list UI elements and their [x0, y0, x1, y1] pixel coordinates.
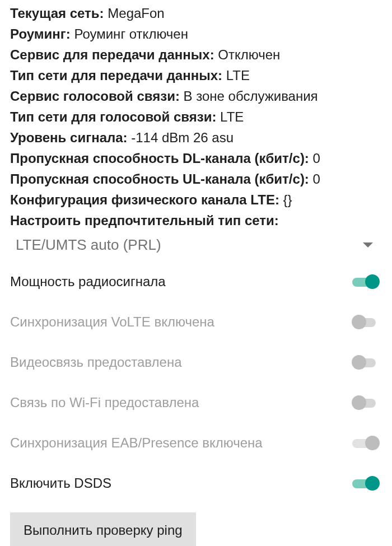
voice-network-type-value: LTE: [220, 109, 244, 124]
dsds-row: Включить DSDS: [0, 463, 392, 503]
voice-network-type-row: Тип сети для голосовой связи: LTE: [0, 106, 392, 127]
dropdown-selected-value: LTE/UMTS auto (PRL): [16, 236, 161, 254]
video-label: Видеосвязь предоставлена: [10, 354, 182, 370]
roaming-row: Роуминг: Роуминг отключен: [0, 24, 392, 44]
wifi-row: Связь по Wi-Fi предоставлена: [0, 382, 392, 423]
radio-power-row: Мощность радиосигнала: [0, 262, 392, 302]
voice-service-value: В зоне обслуживания: [184, 88, 318, 104]
video-row: Видеосвязь предоставлена: [0, 342, 392, 382]
dl-bandwidth-label: Пропускная способность DL-канала (кбит/с…: [10, 151, 309, 166]
radio-power-label: Мощность радиосигнала: [10, 274, 166, 290]
preferred-network-row: Настроить предпочтительный тип сети:: [0, 210, 392, 231]
volte-row: Синхронизация VoLTE включена: [0, 302, 392, 342]
data-service-label: Сервис для передачи данных:: [10, 47, 214, 62]
ping-test-button[interactable]: Выполнить проверку ping: [10, 512, 196, 546]
network-type-dropdown[interactable]: LTE/UMTS auto (PRL): [0, 231, 392, 262]
eab-label: Синхронизация EAB/Presence включена: [10, 435, 263, 451]
ul-bandwidth-value: 0: [313, 171, 320, 186]
voice-service-label: Сервис голосовой связи:: [10, 88, 180, 104]
lte-config-label: Конфигурация физического канала LTE:: [10, 192, 279, 207]
dl-bandwidth-row: Пропускная способность DL-канала (кбит/с…: [0, 148, 392, 169]
data-service-row: Сервис для передачи данных: Отключен: [0, 44, 392, 65]
video-toggle: [352, 353, 380, 371]
eab-toggle: [352, 434, 380, 452]
data-network-type-label: Тип сети для передачи данных:: [10, 68, 222, 83]
data-network-type-value: LTE: [226, 68, 250, 83]
signal-strength-row: Уровень сигнала: -114 dBm 26 asu: [0, 127, 392, 148]
dsds-label: Включить DSDS: [10, 475, 111, 491]
data-service-value: Отключен: [218, 47, 280, 62]
eab-row: Синхронизация EAB/Presence включена: [0, 423, 392, 463]
current-network-label: Текущая сеть:: [10, 6, 104, 21]
radio-power-toggle[interactable]: [352, 273, 380, 291]
roaming-label: Роуминг:: [10, 26, 71, 41]
voice-network-type-label: Тип сети для голосовой связи:: [10, 109, 216, 124]
wifi-toggle: [352, 394, 380, 412]
voice-service-row: Сервис голосовой связи: В зоне обслужива…: [0, 86, 392, 106]
lte-config-row: Конфигурация физического канала LTE: {}: [0, 189, 392, 210]
ul-bandwidth-label: Пропускная способность UL-канала (кбит/с…: [10, 171, 309, 186]
dsds-toggle[interactable]: [352, 474, 380, 492]
data-network-type-row: Тип сети для передачи данных: LTE: [0, 65, 392, 86]
volte-toggle: [352, 313, 380, 331]
lte-config-value: {}: [283, 192, 292, 207]
dl-bandwidth-value: 0: [313, 151, 320, 166]
preferred-network-label: Настроить предпочтительный тип сети:: [10, 213, 279, 228]
current-network-value: MegaFon: [108, 6, 164, 21]
ul-bandwidth-row: Пропускная способность UL-канала (кбит/с…: [0, 169, 392, 189]
signal-strength-value: -114 dBm 26 asu: [131, 130, 234, 145]
button-row: Выполнить проверку ping: [0, 503, 392, 546]
chevron-down-icon: [363, 242, 373, 248]
signal-strength-label: Уровень сигнала:: [10, 130, 128, 145]
current-network-row: Текущая сеть: MegaFon: [0, 3, 392, 24]
wifi-label: Связь по Wi-Fi предоставлена: [10, 395, 199, 410]
roaming-value: Роуминг отключен: [74, 26, 188, 41]
volte-label: Синхронизация VoLTE включена: [10, 314, 214, 330]
